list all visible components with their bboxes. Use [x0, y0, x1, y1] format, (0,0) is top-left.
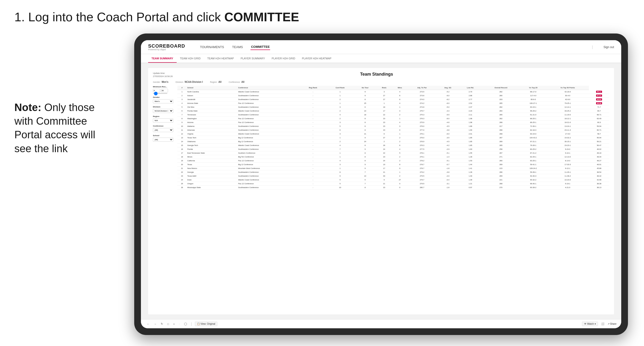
- cell-rnds: 1: [376, 101, 392, 105]
- cell-low-rd: 258: [482, 147, 520, 151]
- cell-avg-sg2: 2.37: [459, 105, 482, 109]
- sub-nav-player-h2h-heatmap[interactable]: PLAYER H2H HEATMAP: [299, 55, 335, 63]
- cell-overall: 86-25-1: [520, 121, 546, 124]
- cell-rank: 26: [177, 186, 187, 189]
- cell-avg-sg: -3.8: [436, 128, 459, 132]
- share-btn[interactable]: ↗ Share: [608, 323, 616, 325]
- table-row: 18 Illinois Big Ten Conference - 1 8 23 …: [177, 155, 609, 159]
- toolbar-share2[interactable]: □: [166, 322, 170, 326]
- cell-vs-50-pts: 86.08: [589, 101, 609, 105]
- cell-low-rd: 269: [482, 174, 520, 178]
- cell-conf-rank: 10: [326, 186, 354, 189]
- cell-avg-sg2: 1.41: [459, 167, 482, 170]
- cell-reg-rank: -: [300, 159, 326, 163]
- cell-no-tour: 9: [354, 90, 376, 94]
- cell-low-rd: 268: [482, 121, 520, 124]
- toolbar-add[interactable]: +: [172, 322, 176, 326]
- toolbar-refresh[interactable]: ↻: [160, 322, 164, 326]
- cell-conf-rank: 5: [326, 124, 354, 128]
- cell-rank: 6: [177, 109, 187, 113]
- cell-adj-to-par: 278.7: [408, 163, 436, 167]
- sub-nav-player-h2h-grid[interactable]: PLAYER H2H GRID: [268, 55, 299, 63]
- cell-school: New Mexico: [187, 167, 238, 170]
- cell-vs-25: 13-24-1: [546, 124, 589, 128]
- cell-reg-rank: -: [300, 128, 326, 132]
- cell-conference: Pac-12 Conference: [238, 159, 300, 163]
- cell-school: Arizona: [187, 121, 238, 124]
- division-select[interactable]: NCAA Division I: [153, 109, 173, 113]
- cell-vs-25: 30-15-1: [546, 140, 589, 144]
- sign-out-link[interactable]: Sign out: [604, 45, 614, 49]
- gender-select[interactable]: Men's: [153, 99, 173, 103]
- conference-select[interactable]: (All): [153, 128, 173, 132]
- toolbar-back[interactable]: ←: [146, 322, 151, 326]
- min-rounds-slider[interactable]: [153, 93, 167, 94]
- sub-nav-team-h2h-grid[interactable]: TEAM H2H GRID: [177, 55, 204, 63]
- school-select[interactable]: (All): [153, 138, 173, 142]
- cell-overall: 96-29-2: [520, 109, 546, 113]
- cell-rnds: 26: [376, 144, 392, 147]
- toolbar-expand[interactable]: ⬜: [600, 322, 606, 326]
- cell-no-tour: 6: [354, 105, 376, 109]
- cell-low-rd: 221: [482, 178, 520, 182]
- standings-table: # School Conference Reg Rank Conf Rank N…: [177, 86, 609, 189]
- table-row: 17 East Tennessee State Southern Confere…: [177, 151, 609, 155]
- standings-body: Minimum Rou... Gender: [153, 86, 609, 189]
- cell-vs-25: 23-11-3: [546, 128, 589, 132]
- cell-adj-to-par: 279.1: [408, 155, 436, 159]
- cell-conference: Atlantic Coast Conference: [238, 144, 300, 147]
- region-value: All: [218, 81, 222, 83]
- cell-avg-sg2: 2.11: [459, 113, 482, 117]
- nav-teams[interactable]: TEAMS: [232, 44, 244, 50]
- cell-school: Arizona State: [187, 101, 238, 105]
- cell-reg-rank: -: [300, 147, 326, 151]
- cell-vs-50-pts: 48.16: [589, 151, 609, 155]
- region-select[interactable]: N/A: [153, 118, 173, 123]
- cell-conference: Southeastern Conference: [238, 170, 300, 174]
- sub-navigation: TEAM SUMMARY TEAM H2H GRID TEAM H2H HEAT…: [141, 54, 621, 63]
- cell-rank: 1: [177, 90, 187, 94]
- nav-tournaments[interactable]: TOURNAMENTS: [200, 44, 224, 50]
- cell-adj-to-par: 278.7: [408, 167, 436, 170]
- cell-vs-50-pts: 42.98: [589, 178, 609, 182]
- view-original-btn[interactable]: 📋 View: Original: [195, 322, 218, 326]
- cell-conference: Big 12 Conference: [238, 163, 300, 167]
- cell-avg-sg: -2.9: [436, 147, 459, 151]
- cell-avg-sg: -5.5: [436, 113, 459, 117]
- table-row: 4 Arizona State Pac-12 Conference - 1 25…: [177, 101, 609, 105]
- cell-vs-25: 16-21-0: [546, 121, 589, 124]
- cell-overall: 92-40-3: [520, 174, 546, 178]
- cell-rank: 16: [177, 147, 187, 151]
- cell-rank: 23: [177, 174, 187, 178]
- cell-school: Georgia: [187, 170, 238, 174]
- sub-nav-player-summary[interactable]: PLAYER SUMMARY: [237, 55, 268, 63]
- cell-conference: Pac-12 Conference: [238, 101, 300, 105]
- cell-overall: 63-15-1: [520, 105, 546, 109]
- col-no-tour: No Tour: [354, 86, 376, 90]
- cell-avg-sg2: 2.70: [459, 90, 482, 94]
- cell-adj-to-par: 279.5: [408, 182, 436, 186]
- nav-committee[interactable]: COMMITTEE: [250, 44, 270, 50]
- toolbar-clock[interactable]: ◯: [183, 322, 188, 326]
- sub-nav-team-h2h-heatmap[interactable]: TEAM H2H HEATMAP: [204, 55, 237, 63]
- cell-overall: 72-30-1: [520, 124, 546, 128]
- cell-rnds: 17: [376, 109, 392, 113]
- cell-vs-50-pts: 56.94: [589, 136, 609, 140]
- sub-nav-team-summary[interactable]: TEAM SUMMARY: [148, 55, 177, 63]
- cell-school: Duke: [187, 178, 238, 182]
- update-time-block: Update time: 27/03/2024 16:56:26: [153, 72, 173, 78]
- cell-rnds: 22: [376, 151, 392, 155]
- cell-wins: 6: [392, 144, 408, 147]
- cell-adj-to-par: 276.3: [408, 144, 436, 147]
- tablet-screen: SCOREBOARD Powered by clippd TOURNAMENTS…: [141, 40, 621, 328]
- toolbar-forward[interactable]: →: [153, 322, 158, 326]
- cell-low-rd: 271: [482, 155, 520, 159]
- cell-vs-50-pts: 48.34: [589, 155, 609, 159]
- cell-wins: 2: [392, 113, 408, 117]
- cell-vs-25: 11-19-0: [546, 113, 589, 117]
- watch-btn[interactable]: 👁 Watch ▾: [582, 322, 598, 326]
- cell-vs-50-pts: 46.02: [589, 147, 609, 151]
- cell-avg-sg2: 1.98: [459, 121, 482, 124]
- cell-wins: 6: [392, 98, 408, 101]
- cell-avg-sg: -4.6: [436, 121, 459, 124]
